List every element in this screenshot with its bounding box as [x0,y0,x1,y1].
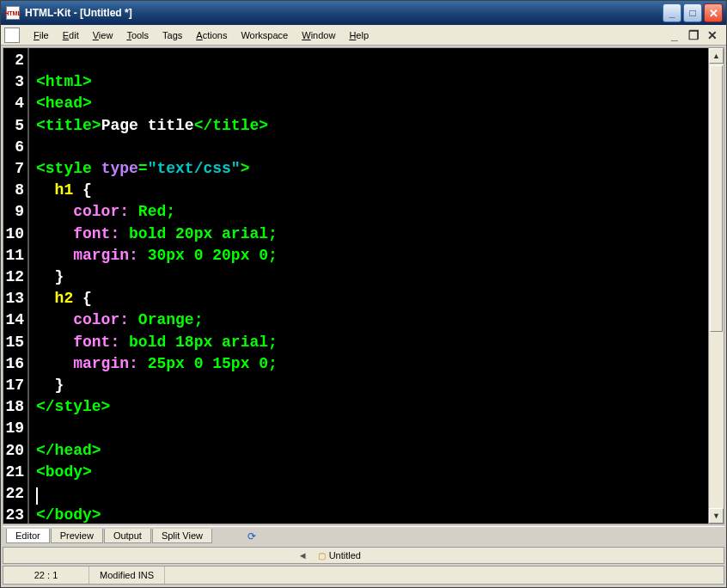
editor-area: 2 3 4 5 6 7 8 9 10 11 12 13 14 15 16 17 … [3,47,724,524]
scroll-thumb[interactable] [710,65,723,332]
tab-preview[interactable]: Preview [51,529,103,543]
vertical-scrollbar[interactable]: ▲ ▼ [708,48,724,524]
menu-file[interactable]: File [27,28,56,43]
document-icon: ▢ [318,551,326,560]
cursor-position: 22 : 1 [3,567,89,584]
minimize-button[interactable]: _ [663,3,681,22]
menu-workspace[interactable]: Workspace [234,28,295,43]
app-icon: HTML [6,6,20,20]
document-tab-label: Untitled [329,550,361,560]
editor-mode: Modified INS [89,567,165,584]
titlebar: HTML HTML-Kit - [Untitled *] _ □ ✕ [1,1,726,25]
view-tabs: EditorPreviewOutputSplit View ⟳ [3,526,724,545]
menu-help[interactable]: Help [342,28,376,43]
menubar: FileEditViewToolsTagsActionsWorkspaceWin… [1,25,726,46]
menu-tags[interactable]: Tags [156,28,189,43]
scroll-down-button[interactable]: ▼ [709,508,724,524]
doc-tab-prev-icon[interactable]: ◄ [295,550,311,560]
refresh-icon[interactable]: ⟳ [247,530,256,542]
mdi-buttons: _ ❐ ✕ [668,28,719,42]
statusbar: 22 : 1 Modified INS [3,566,724,585]
menu-actions[interactable]: Actions [189,28,234,43]
mdi-close-icon[interactable]: ✕ [706,28,719,42]
code-editor[interactable]: <html><head><title>Page title</title> <s… [29,48,708,524]
app-menu-icon[interactable] [4,28,20,43]
mdi-restore-icon[interactable]: ❐ [687,28,700,42]
close-button[interactable]: ✕ [704,3,723,22]
mdi-minimize-icon[interactable]: _ [668,28,681,42]
menu-view[interactable]: View [86,28,120,43]
tab-editor[interactable]: Editor [6,529,50,543]
document-tab[interactable]: ▢ Untitled [311,550,368,560]
scroll-track[interactable] [709,64,724,508]
line-gutter: 2 3 4 5 6 7 8 9 10 11 12 13 14 15 16 17 … [3,48,29,524]
scroll-up-button[interactable]: ▲ [709,48,724,64]
document-tabs: ◄ ▢ Untitled [3,547,724,564]
menu-window[interactable]: Window [295,28,342,43]
menu-tools[interactable]: Tools [119,28,156,43]
menu-edit[interactable]: Edit [56,28,86,43]
window-title: HTML-Kit - [Untitled *] [25,7,663,19]
tab-split-view[interactable]: Split View [152,529,212,543]
maximize-button[interactable]: □ [683,3,702,22]
tab-output[interactable]: Output [104,529,151,543]
window-buttons: _ □ ✕ [663,3,723,22]
